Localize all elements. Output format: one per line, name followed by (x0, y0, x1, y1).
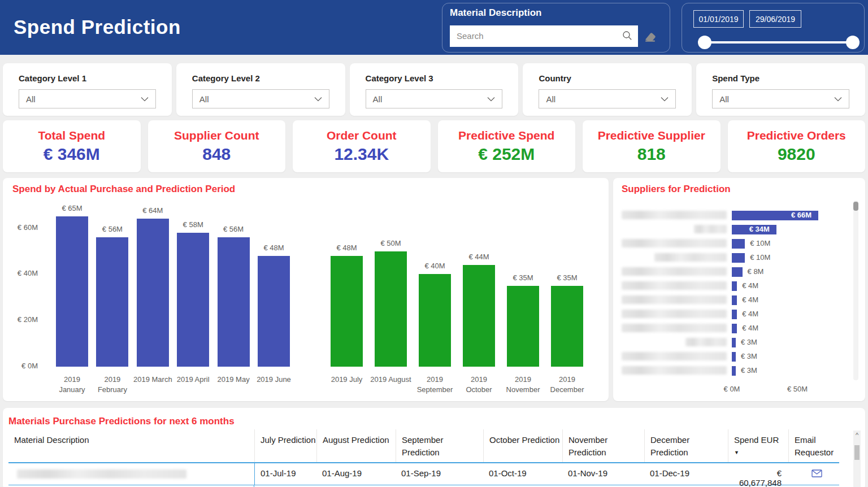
supplier-bar[interactable] (732, 310, 737, 319)
date-start-input[interactable]: 01/01/2019 (693, 10, 744, 28)
supplier-name-redacted (622, 239, 727, 247)
suppliers-for-prediction-card: Suppliers for Prediction € 66M€ 34M€ 10M… (613, 178, 865, 401)
filter-selected-value: All (719, 94, 834, 104)
kpi-label: Total Spend (38, 129, 105, 142)
supplier-bar-value-label: € 3M (741, 338, 757, 346)
chevron-down-icon (314, 97, 322, 102)
slider-track[interactable] (705, 41, 853, 44)
date-range-slider[interactable] (682, 33, 865, 52)
column-header-november-prediction[interactable]: November Prediction (562, 429, 644, 462)
bar-2019-february[interactable] (96, 237, 128, 367)
filter-dropdown-country[interactable]: All (539, 89, 676, 108)
column-header-label: November Prediction (568, 435, 607, 457)
supplier-bar[interactable] (732, 267, 743, 277)
suppliers-chart-title: Suppliers for Prediction (622, 184, 731, 195)
supplier-bar[interactable] (732, 324, 737, 333)
bar-2019-may[interactable] (218, 237, 250, 367)
table-scrollbar-thumb[interactable] (854, 445, 860, 460)
bar-2019-november[interactable] (507, 286, 539, 367)
supplier-bar-value-label: € 34M (732, 225, 770, 233)
column-header-august-prediction[interactable]: August Prediction (316, 429, 396, 462)
column-header-spend-eur[interactable]: Spend EUR▼ (728, 429, 788, 462)
bar-2019-december[interactable] (551, 286, 583, 367)
envelope-icon[interactable] (811, 469, 822, 477)
bar-2019-september[interactable] (419, 274, 451, 367)
supplier-bar[interactable] (732, 366, 736, 376)
material-search-box[interactable] (450, 25, 638, 47)
supplier-name-redacted (622, 211, 727, 219)
filter-dropdown-spend-type[interactable]: All (712, 89, 849, 108)
filter-selected-value: All (373, 94, 488, 104)
filter-card-spend-type: Spend TypeAll (696, 63, 865, 116)
kpi-value: € 346M (44, 145, 100, 164)
cell-september: 01-Sep-19 (396, 463, 483, 485)
search-input[interactable] (457, 25, 615, 46)
bar-value-label: € 56M (207, 225, 259, 233)
column-header-october-prediction[interactable]: October Prediction (483, 429, 562, 462)
slider-handle-end[interactable] (846, 36, 860, 49)
table-scrollbar[interactable]: ^ (853, 431, 861, 487)
cell-july: 01-Jul-19 (254, 463, 316, 485)
filter-selected-value: All (546, 94, 661, 104)
filter-dropdown-category-level-3[interactable]: All (366, 89, 503, 108)
filter-card-category-level-2: Category Level 2All (176, 63, 345, 116)
scroll-up-icon[interactable]: ^ (853, 432, 861, 438)
suppliers-scrollbar[interactable] (853, 201, 858, 380)
column-header-label: September Prediction (402, 435, 443, 457)
kpi-label: Predictive Orders (747, 129, 846, 142)
supplier-bar-value-label: € 4M (742, 281, 758, 290)
chevron-down-icon (487, 97, 495, 102)
sort-desc-icon[interactable]: ▼ (734, 449, 788, 456)
table-row[interactable]: 01-Jul-1901-Aug-1901-Sep-1901-Oct-1901-N… (8, 463, 839, 485)
chevron-down-icon (834, 97, 842, 102)
suppliers-scrollbar-thumb[interactable] (853, 202, 858, 211)
supplier-bar-value-label: € 4M (742, 295, 758, 304)
cell-november: 01-Nov-19 (562, 463, 644, 485)
column-header-material-description[interactable]: Material Description (8, 429, 254, 462)
supplier-bar[interactable] (732, 338, 736, 347)
kpi-card-total-spend: Total Spend€ 346M (3, 120, 141, 172)
eraser-icon[interactable] (644, 31, 658, 43)
bar-2019-april[interactable] (177, 233, 209, 367)
filter-dropdown-category-level-2[interactable]: All (192, 89, 329, 108)
supplier-bar[interactable] (732, 281, 737, 291)
kpi-value: 9820 (778, 145, 815, 164)
supplier-bar-value-label: € 8M (748, 267, 764, 276)
column-header-label: Material Description (14, 435, 89, 445)
bar-2019-march[interactable] (137, 219, 169, 367)
column-header-september-prediction[interactable]: September Prediction (396, 429, 483, 462)
kpi-card-predictive-supplier: Predictive Supplier818 (583, 120, 721, 172)
bar-2019-october[interactable] (463, 265, 495, 367)
x-axis-label: 2019 May (211, 375, 255, 385)
bar-2019-january[interactable] (56, 216, 88, 367)
supplier-bar[interactable] (732, 253, 745, 263)
date-end-input[interactable]: 29/06/2019 (749, 10, 801, 28)
bar-2019-june[interactable] (258, 256, 290, 367)
filter-dropdown-category-level-1[interactable]: All (19, 89, 156, 108)
supplier-bar[interactable] (732, 352, 736, 362)
column-header-label: Email Requestor (795, 435, 834, 457)
x-axis-label: 2019 July (325, 375, 369, 385)
material-description-cell-redacted (8, 463, 254, 485)
kpi-card-predictive-spend: Predictive Spend€ 252M (438, 120, 576, 172)
slider-handle-start[interactable] (698, 36, 711, 49)
x-axis-label: 2019 December (545, 375, 589, 395)
y-axis-tick: € 0M (10, 362, 38, 370)
filter-selected-value: All (199, 94, 314, 104)
bar-value-label: € 40M (409, 262, 461, 270)
supplier-bar[interactable] (732, 239, 745, 249)
bar-2019-august[interactable] (375, 251, 407, 367)
supplier-bar[interactable] (732, 295, 737, 305)
x-axis-label: 2019 June (252, 375, 296, 385)
bar-value-label: € 65M (46, 204, 98, 212)
table-header-row: Material DescriptionJuly PredictionAugus… (8, 429, 839, 463)
column-header-july-prediction[interactable]: July Prediction (254, 429, 316, 462)
x-axis-label: 2019 February (90, 375, 134, 395)
kpi-value: 818 (637, 145, 666, 164)
filter-label: Spend Type (712, 73, 760, 83)
supplier-bar-value-label: € 3M (741, 366, 757, 375)
column-header-december-prediction[interactable]: December Prediction (644, 429, 728, 462)
bar-value-label: € 50M (365, 239, 417, 247)
bar-2019-july[interactable] (331, 256, 363, 367)
column-header-email-requestor[interactable]: Email Requestor (788, 429, 839, 462)
